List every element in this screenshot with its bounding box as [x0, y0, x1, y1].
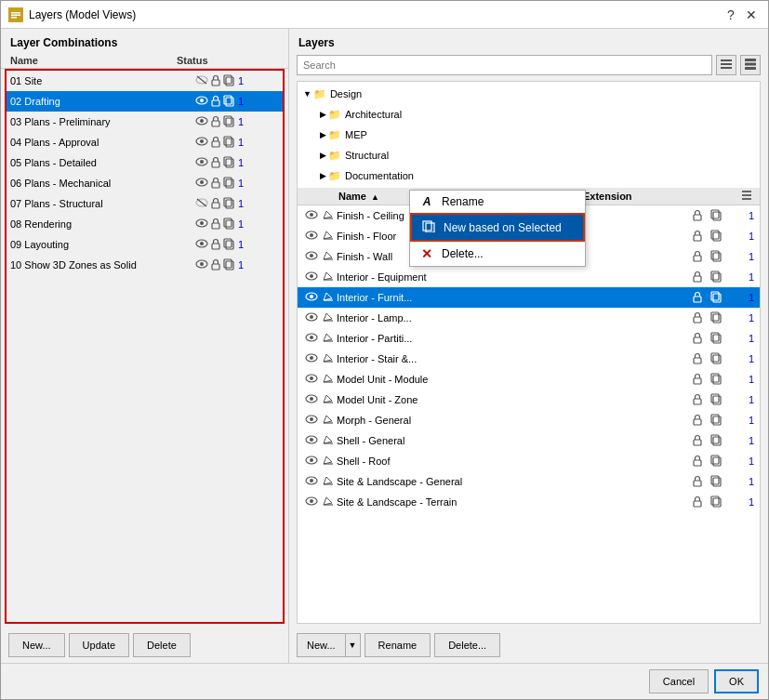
ctx-rename-label: Rename: [442, 195, 484, 208]
status-icons: 1: [195, 115, 279, 129]
left-item-name: 10 Show 3D Zones as Solid: [10, 259, 195, 271]
svg-rect-72: [694, 235, 701, 241]
search-input[interactable]: [297, 55, 712, 75]
svg-rect-61: [742, 194, 751, 196]
doc-folder-header[interactable]: ▶ 📁 Documentation: [314, 165, 760, 186]
row-copy-icon: [708, 414, 724, 428]
layer-row[interactable]: Interior - Stair &...1: [298, 349, 760, 369]
ctx-rename[interactable]: A Rename: [410, 191, 585, 213]
arch-folder-header[interactable]: ▶ 📁 Architectural: [314, 104, 760, 125]
layer-tree[interactable]: ▼ 📁 Design ▶ 📁 Architectural ▶ 📁: [297, 81, 761, 624]
mep-folder-header[interactable]: ▶ 📁 MEP: [314, 125, 760, 145]
svg-point-76: [310, 254, 313, 258]
layer-row[interactable]: Shell - General1: [298, 430, 760, 451]
layer-row[interactable]: Morph - General1: [298, 410, 760, 430]
right-new-button[interactable]: New...: [297, 633, 346, 657]
left-list-item[interactable]: 10 Show 3D Zones as Solid1: [7, 255, 283, 275]
left-list-item[interactable]: 04 Plans - Approval1: [7, 132, 283, 152]
help-button[interactable]: ?: [722, 6, 740, 24]
row-eye-icon: [303, 251, 320, 262]
close-button[interactable]: ✕: [742, 6, 761, 24]
row-name-label: Model Unit - Zone: [337, 394, 596, 405]
svg-rect-144: [694, 481, 701, 486]
lock-icon: [210, 218, 221, 231]
cancel-button[interactable]: Cancel: [649, 669, 709, 693]
lock-icon: [210, 74, 221, 88]
svg-rect-92: [713, 294, 721, 302]
svg-point-30: [200, 180, 204, 184]
row-eye-icon: [303, 456, 320, 467]
ctx-new-based[interactable]: New based on Selected: [410, 213, 585, 242]
layer-row[interactable]: Site & Landscape - General1: [298, 471, 760, 492]
status-icons: 1: [195, 156, 279, 170]
ok-button[interactable]: OK: [714, 669, 759, 693]
row-pen-icon: [320, 373, 337, 386]
status-num: 1: [238, 239, 244, 250]
left-list-item[interactable]: 06 Plans - Mechanical1: [7, 173, 283, 193]
struct-arrow: ▶: [320, 151, 326, 160]
left-item-name: 06 Plans - Mechanical: [10, 178, 195, 189]
row-pen-icon: [320, 311, 337, 324]
svg-rect-12: [224, 96, 232, 104]
left-update-button[interactable]: Update: [69, 633, 129, 657]
copy-icon: [223, 115, 234, 129]
status-num: 1: [238, 75, 244, 86]
copy-icon: [223, 156, 234, 170]
svg-rect-57: [745, 59, 756, 61]
row-pen-icon: [320, 414, 337, 427]
row-icons: [689, 209, 736, 223]
layer-row[interactable]: Model Unit - Module1: [298, 369, 760, 390]
row-lock-icon: [689, 291, 706, 305]
header-ext[interactable]: Extension: [583, 191, 676, 202]
svg-rect-151: [711, 496, 719, 505]
layer-row[interactable]: Model Unit - Zone1: [298, 390, 760, 410]
svg-rect-31: [212, 182, 219, 188]
layer-row[interactable]: Shell - Roof1: [298, 451, 760, 471]
right-panel: Layers ▼ 📁 Design: [289, 29, 768, 663]
row-pen-icon: [320, 434, 337, 447]
design-folder-header[interactable]: ▼ 📁 Design: [298, 84, 760, 104]
new-dropdown-button[interactable]: ▼: [346, 633, 361, 657]
struct-folder-header[interactable]: ▶ 📁 Structural: [314, 145, 760, 165]
left-list-item[interactable]: 05 Plans - Detailed1: [7, 152, 283, 173]
svg-rect-41: [212, 223, 219, 229]
svg-rect-91: [711, 292, 719, 300]
left-list-item[interactable]: 08 Rendering1: [7, 214, 283, 234]
row-pen-icon: [320, 291, 337, 304]
svg-rect-59: [745, 67, 756, 70]
layer-row[interactable]: Interior - Lamp...1: [298, 308, 760, 328]
layer-row[interactable]: Interior - Partiti...1: [298, 328, 760, 349]
search-list-button[interactable]: [740, 55, 761, 75]
lock-icon: [210, 136, 221, 150]
layer-row[interactable]: Interior - Furnit...1: [298, 287, 760, 308]
title-icon: [8, 7, 23, 22]
search-grid-button[interactable]: [716, 55, 736, 75]
right-delete-button[interactable]: Delete...: [434, 633, 500, 657]
svg-rect-104: [713, 335, 721, 343]
row-eye-icon: [303, 210, 320, 221]
left-list-item[interactable]: 07 Plans - Structural1: [7, 193, 283, 214]
svg-rect-53: [226, 261, 233, 270]
eye-icon: [195, 157, 208, 168]
left-delete-button[interactable]: Delete: [133, 633, 191, 657]
design-folder-icon: 📁: [313, 88, 326, 100]
left-list-item[interactable]: 09 Layouting1: [7, 234, 283, 255]
left-list-item[interactable]: 02 Drafting1: [7, 91, 283, 112]
svg-rect-133: [711, 435, 719, 443]
right-buttons: New... ▼ Rename Delete...: [289, 627, 768, 663]
svg-rect-140: [713, 457, 721, 466]
svg-rect-97: [711, 312, 719, 321]
svg-point-124: [310, 417, 313, 421]
right-rename-button[interactable]: Rename: [365, 633, 431, 657]
left-list-item[interactable]: 01 Site1: [7, 71, 283, 91]
ctx-delete[interactable]: ✕ Delete...: [410, 242, 585, 266]
row-name-label: Shell - Roof: [337, 456, 596, 467]
layer-row[interactable]: Interior - Equipment1: [298, 267, 760, 287]
svg-point-100: [310, 336, 313, 339]
left-new-button[interactable]: New...: [8, 633, 65, 657]
header-sort-icon: ▲: [371, 192, 379, 202]
left-list-item[interactable]: 03 Plans - Preliminary1: [7, 112, 283, 132]
layer-row[interactable]: Site & Landscape - Terrain1: [298, 492, 760, 512]
right-panel-header: Layers: [289, 29, 768, 53]
row-num: 1: [736, 292, 754, 303]
